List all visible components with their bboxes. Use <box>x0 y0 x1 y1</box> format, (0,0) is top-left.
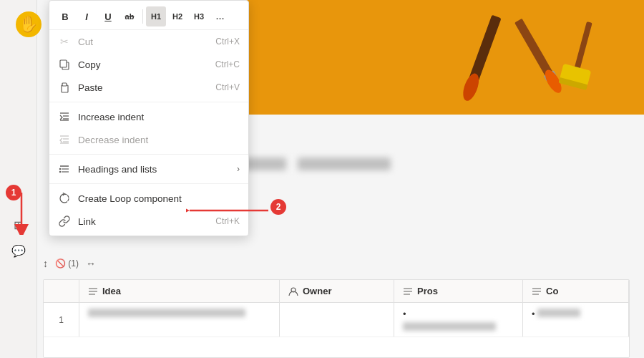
cut-label: Cut <box>78 37 208 47</box>
loop-icon <box>58 192 71 205</box>
chat-icon[interactable]: 💬 <box>6 238 31 263</box>
more-button[interactable]: ... <box>210 6 230 26</box>
col-cons-label: Co <box>546 286 558 296</box>
svg-rect-12 <box>62 83 67 86</box>
cut-icon: ✂ <box>58 35 71 48</box>
headings-lists-label: Headings and lists <box>78 164 227 175</box>
italic-button[interactable]: I <box>77 6 97 26</box>
create-loop-label: Create Loop component <box>78 193 240 204</box>
table-header: Idea Owner Pros Co <box>44 280 629 303</box>
cursor-icon: ✋ <box>16 11 42 37</box>
increase-indent-label: Increase indent <box>78 112 240 122</box>
paste-shortcut: Ctrl+V <box>215 82 240 92</box>
underline-button[interactable]: U <box>98 6 118 26</box>
cell-pros: • <box>394 303 523 337</box>
sidebar: ✋ ⊞ 💬 <box>0 0 37 358</box>
decrease-indent-icon <box>58 133 71 146</box>
col-idea: Idea <box>79 280 280 302</box>
link-label: Link <box>78 216 208 227</box>
h3-button[interactable]: H3 <box>189 6 209 26</box>
decrease-indent-menu-item[interactable]: Decrease indent <box>49 128 248 151</box>
sort-icon[interactable]: ↕ <box>43 258 48 269</box>
headings-lists-arrow: › <box>237 164 240 174</box>
increase-indent-menu-item[interactable]: Increase indent <box>49 105 248 128</box>
copy-menu-item[interactable]: Copy Ctrl+C <box>49 53 248 76</box>
link-icon <box>58 215 71 228</box>
filter-icon[interactable]: 🚫 (1) <box>55 258 79 268</box>
link-shortcut: Ctrl+K <box>215 216 240 226</box>
data-table: Idea Owner Pros Co 1 • • <box>43 279 630 358</box>
h1-button[interactable]: H1 <box>146 6 166 26</box>
h2-button[interactable]: H2 <box>167 6 187 26</box>
svg-point-25 <box>59 171 61 173</box>
col-number <box>44 280 79 302</box>
col-owner-label: Owner <box>303 286 331 296</box>
col-idea-label: Idea <box>102 286 121 296</box>
increase-indent-icon <box>58 110 71 123</box>
separator-1 <box>49 102 248 102</box>
cut-shortcut: Ctrl+X <box>215 37 240 47</box>
cell-cons: • <box>523 303 629 337</box>
bullet-cons: • <box>532 309 535 319</box>
format-toolbar: B I U ab H1 H2 H3 ... <box>49 4 248 30</box>
col-owner: Owner <box>280 280 394 302</box>
svg-rect-10 <box>60 60 67 67</box>
annotation-1: 1 <box>6 185 21 200</box>
decrease-indent-label: Decrease indent <box>78 135 240 145</box>
headings-lists-menu-item[interactable]: Headings and lists › <box>49 158 248 180</box>
content-toolbar: ↕ 🚫 (1) ↔ <box>43 258 96 269</box>
separator-2 <box>49 154 248 155</box>
bullet: • <box>403 309 514 319</box>
svg-point-24 <box>59 168 61 170</box>
blurred-text-2 <box>298 158 391 170</box>
annotation-2: 2 <box>270 199 286 215</box>
paste-menu-item[interactable]: Paste Ctrl+V <box>49 76 248 99</box>
context-menu: B I U ab H1 H2 H3 ... ✂ Cut Ctrl+X Copy … <box>49 0 249 236</box>
paste-icon <box>58 81 71 94</box>
svg-rect-0 <box>514 19 554 79</box>
svg-rect-3 <box>574 21 592 72</box>
blurred-cons <box>537 309 580 317</box>
cell-idea <box>79 303 280 337</box>
copy-icon <box>58 58 71 71</box>
strikethrough-button[interactable]: ab <box>119 6 140 26</box>
table-row: 1 • • <box>44 303 629 337</box>
blurred-pros <box>403 322 496 331</box>
bold-button[interactable]: B <box>55 6 75 26</box>
cell-owner <box>280 303 394 337</box>
paste-label: Paste <box>78 82 208 93</box>
hero-background <box>229 0 644 115</box>
col-cons: Co <box>523 280 629 302</box>
grid-icon[interactable]: ⊞ <box>6 212 31 238</box>
create-loop-menu-item[interactable]: Create Loop component <box>49 187 248 210</box>
cut-menu-item[interactable]: ✂ Cut Ctrl+X <box>49 30 248 53</box>
separator-3 <box>49 183 248 184</box>
link-menu-item[interactable]: Link Ctrl+K <box>49 210 248 233</box>
copy-label: Copy <box>78 59 208 70</box>
expand-icon[interactable]: ↔ <box>86 258 96 269</box>
row-number: 1 <box>44 303 79 337</box>
col-pros-label: Pros <box>417 286 438 296</box>
col-pros: Pros <box>394 280 523 302</box>
headings-lists-icon <box>58 163 71 175</box>
blurred-idea <box>88 309 245 317</box>
toolbar-separator-1 <box>142 9 143 24</box>
copy-shortcut: Ctrl+C <box>215 59 240 69</box>
